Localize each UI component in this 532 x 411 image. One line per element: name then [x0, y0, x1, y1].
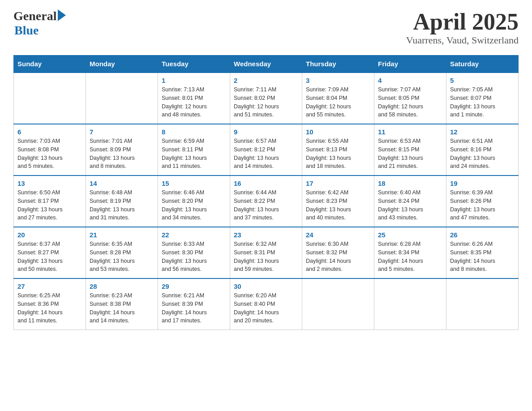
day-number: 7 [90, 128, 154, 136]
weekday-header-sunday: Sunday [14, 56, 86, 73]
calendar-cell: 13Sunrise: 6:50 AM Sunset: 8:17 PM Dayli… [14, 176, 86, 227]
day-info: Sunrise: 7:09 AM Sunset: 8:04 PM Dayligh… [306, 86, 370, 119]
week-row-5: 27Sunrise: 6:25 AM Sunset: 8:36 PM Dayli… [14, 278, 519, 330]
day-info: Sunrise: 6:35 AM Sunset: 8:28 PM Dayligh… [90, 240, 154, 274]
day-number: 28 [90, 283, 154, 290]
day-info: Sunrise: 7:13 AM Sunset: 8:01 PM Dayligh… [162, 86, 226, 119]
location-text: Vuarrens, Vaud, Switzerland [406, 34, 519, 46]
day-number: 20 [17, 231, 82, 239]
calendar-table: SundayMondayTuesdayWednesdayThursdayFrid… [13, 55, 519, 330]
day-number: 26 [450, 231, 515, 239]
calendar-cell: 28Sunrise: 6:23 AM Sunset: 8:38 PM Dayli… [86, 278, 158, 330]
day-info: Sunrise: 6:20 AM Sunset: 8:40 PM Dayligh… [234, 291, 298, 325]
day-info: Sunrise: 6:30 AM Sunset: 8:32 PM Dayligh… [306, 240, 370, 274]
calendar-cell [86, 73, 158, 124]
calendar-cell: 3Sunrise: 7:09 AM Sunset: 8:04 PM Daylig… [302, 73, 374, 124]
calendar-cell: 5Sunrise: 7:05 AM Sunset: 8:07 PM Daylig… [446, 73, 519, 124]
calendar-cell: 6Sunrise: 7:03 AM Sunset: 8:08 PM Daylig… [14, 124, 86, 176]
week-row-2: 6Sunrise: 7:03 AM Sunset: 8:08 PM Daylig… [14, 124, 519, 176]
day-number: 8 [162, 128, 226, 136]
calendar-cell: 25Sunrise: 6:28 AM Sunset: 8:34 PM Dayli… [374, 227, 446, 278]
day-number: 25 [378, 231, 442, 239]
day-info: Sunrise: 6:26 AM Sunset: 8:35 PM Dayligh… [450, 240, 515, 274]
day-number: 4 [378, 77, 442, 84]
day-info: Sunrise: 6:28 AM Sunset: 8:34 PM Dayligh… [378, 240, 442, 274]
logo-arrow-icon [58, 9, 66, 21]
calendar-cell: 29Sunrise: 6:21 AM Sunset: 8:39 PM Dayli… [158, 278, 230, 330]
week-row-1: 1Sunrise: 7:13 AM Sunset: 8:01 PM Daylig… [14, 73, 519, 124]
day-number: 16 [234, 180, 298, 187]
calendar-cell [446, 278, 519, 330]
calendar-cell: 19Sunrise: 6:39 AM Sunset: 8:26 PM Dayli… [446, 176, 519, 227]
day-info: Sunrise: 6:39 AM Sunset: 8:26 PM Dayligh… [450, 188, 515, 222]
day-info: Sunrise: 6:40 AM Sunset: 8:24 PM Dayligh… [378, 188, 442, 222]
week-row-4: 20Sunrise: 6:37 AM Sunset: 8:27 PM Dayli… [14, 227, 519, 278]
day-info: Sunrise: 7:07 AM Sunset: 8:05 PM Dayligh… [378, 86, 442, 119]
calendar-cell: 21Sunrise: 6:35 AM Sunset: 8:28 PM Dayli… [86, 227, 158, 278]
day-info: Sunrise: 7:03 AM Sunset: 8:08 PM Dayligh… [17, 137, 82, 171]
calendar-cell: 7Sunrise: 7:01 AM Sunset: 8:09 PM Daylig… [86, 124, 158, 176]
calendar-cell: 14Sunrise: 6:48 AM Sunset: 8:19 PM Dayli… [86, 176, 158, 227]
day-info: Sunrise: 6:33 AM Sunset: 8:30 PM Dayligh… [162, 240, 226, 274]
calendar-cell: 1Sunrise: 7:13 AM Sunset: 8:01 PM Daylig… [158, 73, 230, 124]
day-number: 9 [234, 128, 298, 136]
weekday-header-saturday: Saturday [446, 56, 519, 73]
calendar-cell: 20Sunrise: 6:37 AM Sunset: 8:27 PM Dayli… [14, 227, 86, 278]
day-number: 13 [17, 180, 82, 187]
weekday-header-row: SundayMondayTuesdayWednesdayThursdayFrid… [14, 56, 519, 73]
day-number: 19 [450, 180, 515, 187]
calendar-cell: 9Sunrise: 6:57 AM Sunset: 8:12 PM Daylig… [230, 124, 302, 176]
calendar-cell [374, 278, 446, 330]
calendar-cell: 11Sunrise: 6:53 AM Sunset: 8:15 PM Dayli… [374, 124, 446, 176]
calendar-cell: 26Sunrise: 6:26 AM Sunset: 8:35 PM Dayli… [446, 227, 519, 278]
calendar-cell: 10Sunrise: 6:55 AM Sunset: 8:13 PM Dayli… [302, 124, 374, 176]
day-number: 27 [17, 283, 82, 290]
calendar-cell [302, 278, 374, 330]
day-number: 18 [378, 180, 442, 187]
calendar-cell: 22Sunrise: 6:33 AM Sunset: 8:30 PM Dayli… [158, 227, 230, 278]
title-section: April 2025 Vuarrens, Vaud, Switzerland [406, 9, 519, 46]
calendar-cell [14, 73, 86, 124]
day-info: Sunrise: 6:23 AM Sunset: 8:38 PM Dayligh… [90, 291, 154, 325]
logo-general-text: General [13, 9, 56, 23]
calendar-cell: 23Sunrise: 6:32 AM Sunset: 8:31 PM Dayli… [230, 227, 302, 278]
day-info: Sunrise: 6:32 AM Sunset: 8:31 PM Dayligh… [234, 240, 298, 274]
calendar-cell: 12Sunrise: 6:51 AM Sunset: 8:16 PM Dayli… [446, 124, 519, 176]
day-info: Sunrise: 6:25 AM Sunset: 8:36 PM Dayligh… [17, 291, 82, 325]
page-header: General Blue April 2025 Vuarrens, Vaud, … [13, 9, 519, 46]
calendar-cell: 24Sunrise: 6:30 AM Sunset: 8:32 PM Dayli… [302, 227, 374, 278]
day-info: Sunrise: 6:46 AM Sunset: 8:20 PM Dayligh… [162, 188, 226, 222]
day-info: Sunrise: 7:05 AM Sunset: 8:07 PM Dayligh… [450, 86, 515, 119]
month-year-title: April 2025 [406, 9, 519, 34]
calendar-cell: 16Sunrise: 6:44 AM Sunset: 8:22 PM Dayli… [230, 176, 302, 227]
logo: General Blue [13, 9, 66, 38]
day-number: 17 [306, 180, 370, 187]
day-number: 24 [306, 231, 370, 239]
calendar-cell: 8Sunrise: 6:59 AM Sunset: 8:11 PM Daylig… [158, 124, 230, 176]
calendar-cell: 4Sunrise: 7:07 AM Sunset: 8:05 PM Daylig… [374, 73, 446, 124]
calendar-cell: 15Sunrise: 6:46 AM Sunset: 8:20 PM Dayli… [158, 176, 230, 227]
logo-blue-text: Blue [14, 23, 66, 38]
calendar-cell: 2Sunrise: 7:11 AM Sunset: 8:02 PM Daylig… [230, 73, 302, 124]
day-info: Sunrise: 6:51 AM Sunset: 8:16 PM Dayligh… [450, 137, 515, 171]
day-number: 11 [378, 128, 442, 136]
day-number: 15 [162, 180, 226, 187]
day-info: Sunrise: 6:37 AM Sunset: 8:27 PM Dayligh… [17, 240, 82, 274]
day-info: Sunrise: 6:21 AM Sunset: 8:39 PM Dayligh… [162, 291, 226, 325]
day-number: 29 [162, 283, 226, 290]
week-row-3: 13Sunrise: 6:50 AM Sunset: 8:17 PM Dayli… [14, 176, 519, 227]
day-number: 21 [90, 231, 154, 239]
day-info: Sunrise: 6:48 AM Sunset: 8:19 PM Dayligh… [90, 188, 154, 222]
day-info: Sunrise: 6:59 AM Sunset: 8:11 PM Dayligh… [162, 137, 226, 171]
calendar-cell: 18Sunrise: 6:40 AM Sunset: 8:24 PM Dayli… [374, 176, 446, 227]
day-info: Sunrise: 6:53 AM Sunset: 8:15 PM Dayligh… [378, 137, 442, 171]
calendar-cell: 30Sunrise: 6:20 AM Sunset: 8:40 PM Dayli… [230, 278, 302, 330]
day-number: 12 [450, 128, 515, 136]
weekday-header-monday: Monday [86, 56, 158, 73]
weekday-header-friday: Friday [374, 56, 446, 73]
day-number: 6 [17, 128, 82, 136]
day-info: Sunrise: 7:01 AM Sunset: 8:09 PM Dayligh… [90, 137, 154, 171]
day-info: Sunrise: 6:44 AM Sunset: 8:22 PM Dayligh… [234, 188, 298, 222]
day-number: 23 [234, 231, 298, 239]
day-number: 14 [90, 180, 154, 187]
